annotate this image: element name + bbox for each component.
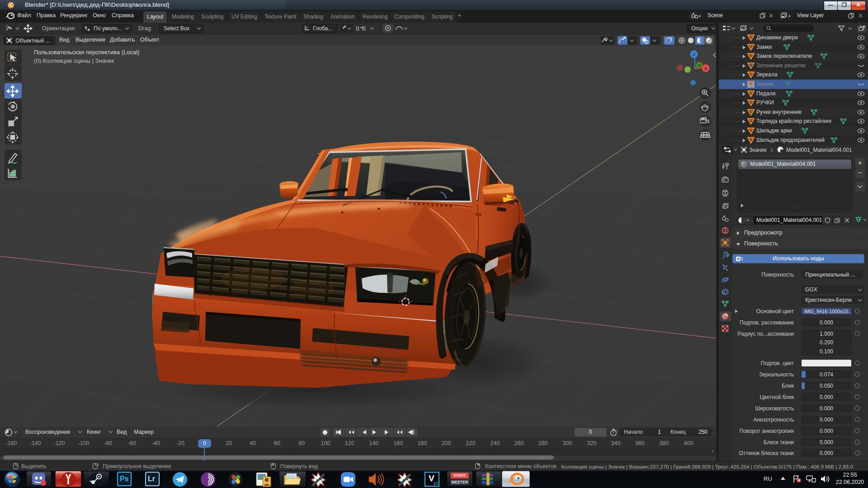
svg-text:Y: Y xyxy=(698,63,701,68)
svg-text:X: X xyxy=(704,66,707,71)
svg-text:Z: Z xyxy=(693,52,695,57)
svg-text:(0) Коллекция сцены | Значек: (0) Коллекция сцены | Значек xyxy=(34,57,114,64)
svg-text:Пользовательская перспектива (: Пользовательская перспектива (Local) xyxy=(34,49,139,56)
